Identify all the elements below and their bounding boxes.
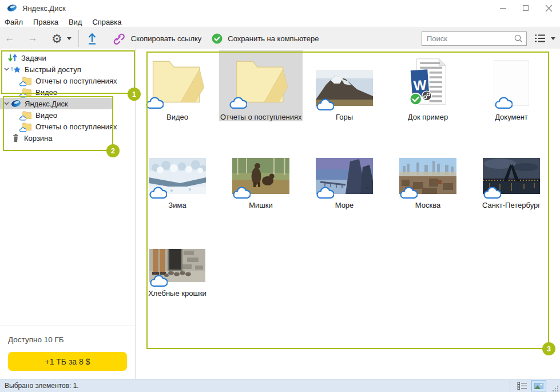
word-letter: W xyxy=(413,77,427,94)
folder-icon xyxy=(21,88,33,97)
view-mode-button[interactable] xyxy=(534,34,546,43)
file-item-cloud-document[interactable]: Документ xyxy=(470,50,553,121)
settings-gear-button[interactable]: ⚙ xyxy=(51,33,62,45)
menu-view[interactable]: Вид xyxy=(63,18,88,26)
details-view-button[interactable] xyxy=(515,380,530,391)
sidebar-item-quick-access[interactable]: Быстрый доступ xyxy=(0,64,135,75)
divider xyxy=(510,381,510,390)
cloud-sync-icon xyxy=(400,187,418,199)
maximize-button[interactable] xyxy=(514,0,537,16)
cloud-sync-icon xyxy=(316,187,334,199)
yandex-disk-logo-icon xyxy=(7,3,17,13)
buy-storage-button[interactable]: +1 ТБ за 8 $ xyxy=(8,352,127,371)
sidebar-footer: Доступно 10 ГБ +1 ТБ за 8 $ xyxy=(0,326,135,379)
file-name: Хлебные крошки xyxy=(148,289,206,298)
file-item-image-moskva[interactable]: Москва xyxy=(386,138,470,209)
toolbar-separator xyxy=(78,30,79,47)
file-name: Документ xyxy=(495,113,528,121)
quick-access-star-icon xyxy=(10,65,22,74)
file-name: Москва xyxy=(415,201,440,209)
divider xyxy=(0,326,135,326)
chevron-down-icon[interactable] xyxy=(2,102,10,105)
file-grid-area: Видео Отчеты о поступлениях xyxy=(136,49,560,379)
forward-button[interactable]: → xyxy=(25,33,40,44)
sidebar-item-video[interactable]: Видео xyxy=(0,86,135,98)
cloud-sync-icon xyxy=(316,98,334,111)
close-button[interactable] xyxy=(537,0,560,16)
sidebar-item-trash[interactable]: Корзина xyxy=(0,132,135,144)
folder-icon xyxy=(21,76,33,85)
view-mode-caret[interactable] xyxy=(551,37,555,40)
statusbar: Выбрано элементов: 1. xyxy=(0,379,560,392)
file-item-image-gory[interactable]: Горы xyxy=(303,50,386,121)
save-to-computer-label[interactable]: Сохранить на компьютере xyxy=(228,34,319,43)
details-view-icon xyxy=(517,382,527,390)
sidebar-item-yandex-disk[interactable]: Яндекс.Диск xyxy=(0,98,113,109)
sidebar-item-video-2[interactable]: Видео xyxy=(0,109,135,121)
menu-help[interactable]: Справка xyxy=(87,18,126,26)
cloud-sync-icon xyxy=(149,187,167,199)
maximize-icon xyxy=(523,5,529,11)
save-to-computer-button[interactable] xyxy=(212,33,223,44)
cloud-sync-icon xyxy=(146,97,164,109)
cloud-sync-icon xyxy=(233,187,251,199)
folder-icon xyxy=(21,122,33,131)
back-button[interactable]: ← xyxy=(2,33,17,44)
cloud-sync-icon xyxy=(229,97,247,109)
folder-tree: Задачи Быстрый доступ xyxy=(0,49,135,144)
copy-link-label[interactable]: Скопировать ссылку xyxy=(131,34,202,43)
trash-icon xyxy=(10,133,21,142)
cloud-sync-icon xyxy=(483,187,501,199)
titlebar: Яндекс.Диск xyxy=(0,0,560,16)
file-name: Отчеты о поступлениях xyxy=(220,113,301,121)
upload-button[interactable] xyxy=(87,33,97,45)
content-area: Задачи Быстрый доступ xyxy=(0,49,560,379)
search-input[interactable] xyxy=(427,34,514,43)
thumbnails-view-icon xyxy=(534,383,543,389)
file-name: Зима xyxy=(168,201,186,209)
available-space-label: Доступно 10 ГБ xyxy=(8,335,135,344)
menubar: Файл Правка Вид Справка xyxy=(0,16,560,27)
thumbnails-view-button[interactable] xyxy=(531,380,546,391)
close-icon xyxy=(545,5,553,12)
resize-grip[interactable] xyxy=(551,385,559,392)
folder-icon xyxy=(21,110,33,120)
search-icon xyxy=(514,34,523,43)
minimize-icon xyxy=(500,8,506,9)
file-item-folder-video[interactable]: Видео xyxy=(136,50,219,121)
synced-badge-icon xyxy=(410,93,422,105)
sidebar-item-reports[interactable]: Отчеты о поступлениях xyxy=(0,75,135,86)
sidebar: Задачи Быстрый доступ xyxy=(0,49,136,379)
menu-file[interactable]: Файл xyxy=(0,18,28,26)
file-name: Горы xyxy=(336,113,353,121)
file-name: Мишки xyxy=(249,201,272,209)
file-name: Море xyxy=(335,201,354,209)
sidebar-item-tasks[interactable]: Задачи xyxy=(0,52,135,64)
menu-edit[interactable]: Правка xyxy=(28,18,63,26)
file-item-folder-reports[interactable]: Отчеты о поступлениях xyxy=(219,50,303,121)
tasks-sync-arrows-icon xyxy=(7,54,18,62)
file-item-image-mishki[interactable]: Мишки xyxy=(219,138,303,209)
minimize-button[interactable] xyxy=(491,0,514,16)
search-box[interactable] xyxy=(422,31,527,46)
settings-dropdown-caret[interactable] xyxy=(67,37,72,40)
file-name: Видео xyxy=(166,113,188,121)
copy-link-button[interactable] xyxy=(112,31,125,45)
chevron-down-icon[interactable] xyxy=(2,68,10,71)
word-document-icon: W xyxy=(407,57,448,106)
yandex-disk-logo-icon xyxy=(10,98,22,109)
toolbar: ← → ⚙ Скопировать ссылку Сохранить на ко… xyxy=(0,27,560,49)
file-item-image-zima[interactable]: Зима xyxy=(136,138,219,209)
file-item-image-more[interactable]: Море xyxy=(303,138,386,209)
selection-status: Выбрано элементов: 1. xyxy=(5,382,79,390)
file-item-image-kroshki[interactable]: Хлебные крошки xyxy=(136,227,219,298)
sidebar-item-reports-2[interactable]: Отчеты о поступлениях xyxy=(0,121,135,132)
yandex-disk-window: Яндекс.Диск Файл Правка Вид Справка ← → … xyxy=(0,0,560,392)
cloud-sync-icon xyxy=(495,97,513,109)
file-item-image-spb[interactable]: Санкт-Петербург xyxy=(470,138,553,209)
file-name: Док пример xyxy=(408,113,448,121)
link-badge-icon xyxy=(422,91,432,101)
file-item-word-doc[interactable]: W Док xyxy=(386,50,470,121)
cloud-sync-icon xyxy=(150,275,168,287)
file-name: Санкт-Петербург xyxy=(482,201,541,209)
